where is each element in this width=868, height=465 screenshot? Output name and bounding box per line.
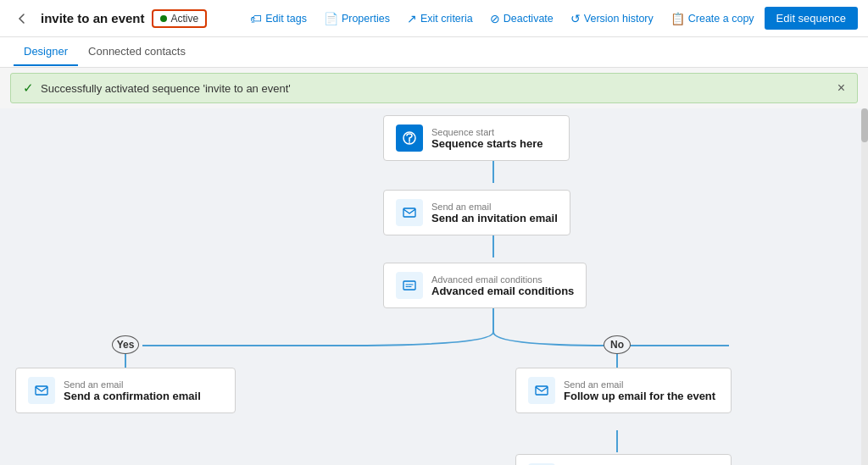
sequence-start-icon [396,125,423,152]
node-send-followup-main: Follow up email for the event [564,390,715,402]
header-actions: 🏷 Edit tags 📄 Properties ↗ Exit criteria… [243,7,858,30]
properties-button[interactable]: 📄 Properties [317,8,397,29]
branch-no-label: No [604,335,631,354]
branch-yes-label: Yes [112,335,139,354]
deactivate-icon: ⊘ [490,12,500,25]
document-icon: 📄 [324,12,338,25]
email-icon-confirmation [28,377,55,404]
node-sequence-start-labels: Sequence start Sequence starts here [431,127,543,150]
edit-tags-button[interactable]: 🏷 Edit tags [243,8,314,29]
node-advanced-conditions-1-labels: Advanced email conditions Advanced email… [431,274,574,297]
node-send-followup[interactable]: Send an email Follow up email for the ev… [515,368,732,413]
node-sequence-start-main: Sequence starts here [431,137,543,150]
header: invite to an event Active 🏷 Edit tags 📄 … [0,0,868,37]
node-send-confirmation-labels: Send an email Send a confirmation email [64,379,201,402]
success-banner: ✓ Successfully activated sequence 'invit… [10,73,858,103]
svg-rect-11 [36,386,47,395]
node-send-followup-small: Send an email [564,379,715,390]
tab-connected-contacts[interactable]: Connected contacts [78,38,196,66]
edit-sequence-button[interactable]: Edit sequence [765,7,858,30]
exit-criteria-button[interactable]: ↗ Exit criteria [400,8,480,29]
svg-rect-8 [403,208,415,217]
node-advanced-conditions-2[interactable]: Advanced email conditions Advanced email… [515,454,732,465]
node-send-confirmation-main: Send a confirmation email [64,390,201,402]
node-advanced-conditions-1-main: Advanced email conditions [431,285,574,297]
svg-rect-9 [403,281,415,290]
node-sequence-start-small: Sequence start [431,127,543,137]
back-button[interactable] [10,7,34,30]
node-send-invitation-main: Send an invitation email [431,212,558,224]
sub-nav: Designer Connected contacts [0,37,868,68]
scrollbar-thumb[interactable] [861,108,868,142]
close-banner-button[interactable]: × [837,80,845,96]
tab-designer[interactable]: Designer [14,38,78,66]
copy-icon: 📋 [670,12,685,25]
flow-canvas: Sequence start Sequence starts here Send… [0,108,868,465]
tag-icon: 🏷 [250,12,262,25]
scrollbar-track [861,108,868,465]
create-copy-button[interactable]: 📋 Create a copy [664,8,761,29]
deactivate-button[interactable]: ⊘ Deactivate [483,8,560,29]
node-send-invitation-labels: Send an email Send an invitation email [431,202,558,224]
version-history-button[interactable]: ↺ Version history [564,8,660,29]
node-send-confirmation[interactable]: Send an email Send a confirmation email [15,368,236,413]
active-dot-icon [160,15,167,22]
svg-point-7 [409,142,410,144]
active-label: Active [171,13,199,25]
node-send-invitation-small: Send an email [431,202,558,212]
node-send-confirmation-small: Send an email [64,379,201,390]
node-sequence-start[interactable]: Sequence start Sequence starts here [383,115,570,161]
node-advanced-conditions-1[interactable]: Advanced email conditions Advanced email… [383,263,587,308]
svg-rect-12 [536,386,548,395]
node-send-followup-labels: Send an email Follow up email for the ev… [564,379,715,402]
banner-message: Successfully activated sequence 'invite … [41,82,831,95]
history-icon: ↺ [570,12,581,25]
active-badge: Active [152,9,208,28]
check-icon: ✓ [23,80,34,96]
email-icon-invitation [396,199,423,226]
condition-icon-1 [396,272,423,299]
page-title: invite to an event [41,11,145,25]
email-icon-followup [528,377,555,404]
node-advanced-conditions-1-small: Advanced email conditions [431,274,574,285]
exit-icon: ↗ [407,12,417,25]
node-send-invitation[interactable]: Send an email Send an invitation email [383,190,570,235]
